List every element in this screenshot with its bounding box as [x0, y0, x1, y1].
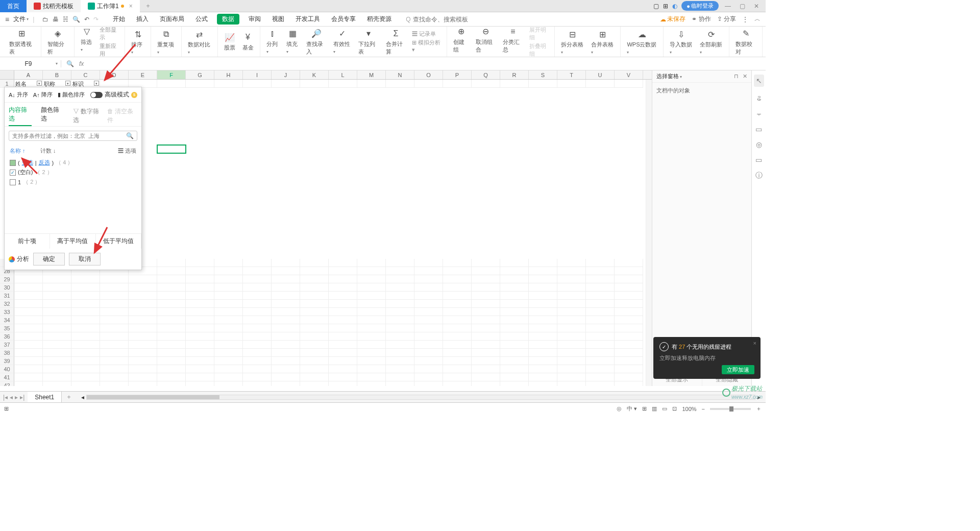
selected-cell[interactable]: [157, 145, 186, 153]
col-header-V[interactable]: V: [615, 70, 643, 79]
ribbon-valid[interactable]: ✓有效性: [331, 28, 353, 56]
row-header-30[interactable]: 30: [0, 283, 14, 292]
ribbon-dup[interactable]: ⧉重复项: [155, 29, 177, 55]
row-header-35[interactable]: 35: [0, 324, 14, 332]
ribbon-split[interactable]: ⫿分列: [264, 28, 281, 56]
menu-tab-6[interactable]: 视图: [270, 14, 286, 25]
ribbon-fill[interactable]: ▦填充: [284, 28, 301, 56]
sheet-nav-prev[interactable]: ◂: [10, 394, 13, 401]
row-header-37[interactable]: 37: [0, 341, 14, 349]
col-header-E[interactable]: E: [129, 70, 157, 79]
sheet-nav-next[interactable]: ▸: [15, 394, 18, 401]
panel-title[interactable]: 选择窗格: [656, 73, 682, 80]
ribbon-merge-table[interactable]: ⊞合并表格: [589, 29, 616, 55]
view-normal-icon[interactable]: ⊞: [642, 405, 647, 412]
ribbon-lookup[interactable]: 🔎查找录入: [304, 28, 328, 56]
col-header-P[interactable]: P: [443, 70, 472, 79]
save-icon[interactable]: 🖶: [53, 16, 59, 23]
col-header-R[interactable]: R: [500, 70, 529, 79]
rail-help-icon[interactable]: ⓘ: [755, 171, 763, 180]
col-header-O[interactable]: O: [414, 70, 443, 79]
zoom-level[interactable]: 100%: [682, 406, 696, 412]
ribbon-form[interactable]: ☰ 记录单: [412, 30, 442, 38]
minimize-button[interactable]: —: [723, 3, 733, 10]
horizontal-scrollbar[interactable]: ◂▸: [81, 394, 761, 400]
checkbox-indeterminate-icon[interactable]: [10, 160, 16, 166]
pin-icon[interactable]: ⊓: [734, 73, 739, 80]
file-menu[interactable]: 文件: [13, 15, 29, 23]
ribbon-show-all[interactable]: 全部显示: [100, 26, 120, 41]
rail-chart-icon[interactable]: ⫟: [755, 110, 763, 118]
sheet-nav-last[interactable]: ▸|: [20, 394, 24, 401]
ribbon-split-table[interactable]: ⊟拆分表格: [559, 29, 586, 55]
rail-location-icon[interactable]: ◎: [756, 140, 762, 149]
more-icon[interactable]: ⋮: [742, 16, 748, 23]
sort-asc-button[interactable]: A↓ 升序: [9, 91, 28, 99]
col-header-F[interactable]: F: [157, 70, 186, 79]
filter-dropdown-icon[interactable]: ▾: [94, 81, 99, 86]
ribbon-verify[interactable]: ✎数据校对: [733, 28, 758, 56]
ribbon-cloud[interactable]: ☁WPS云数据: [625, 29, 658, 55]
menu-tab-1[interactable]: 插入: [134, 14, 151, 25]
filter-dropdown-icon[interactable]: ▾: [65, 81, 70, 86]
messages-icon[interactable]: ◐: [672, 3, 677, 10]
col-header-I[interactable]: I: [243, 70, 272, 79]
col-header-H[interactable]: H: [214, 70, 243, 79]
ribbon-stock[interactable]: 📈股票: [222, 32, 237, 52]
col-header-K[interactable]: K: [300, 70, 329, 79]
close-panel-icon[interactable]: ✕: [743, 73, 747, 80]
ribbon-compare[interactable]: ⇄数据对比: [186, 29, 213, 55]
apps-icon[interactable]: ⊞: [663, 3, 668, 10]
col-header-J[interactable]: J: [272, 70, 300, 79]
ribbon-fund[interactable]: ¥基金: [240, 32, 256, 52]
eye-icon[interactable]: ◎: [617, 405, 622, 412]
login-button[interactable]: ● 临时登录: [681, 1, 719, 11]
ribbon-smart[interactable]: ◈智能分析: [45, 28, 70, 56]
view-layout-icon[interactable]: ▥: [652, 405, 657, 412]
row-header-31[interactable]: 31: [0, 292, 14, 300]
zoom-icon[interactable]: 🔍: [66, 60, 74, 67]
menu-tab-4[interactable]: 数据: [217, 14, 239, 25]
advanced-mode-toggle[interactable]: 高级模式$: [90, 90, 137, 99]
redo-icon[interactable]: ↷: [93, 16, 99, 23]
row-header-33[interactable]: 33: [0, 308, 14, 316]
vertical-scrollbar[interactable]: [646, 80, 652, 386]
ribbon-ungroup[interactable]: ⊖取消组合: [474, 26, 498, 58]
rail-cell-icon[interactable]: ▭: [755, 125, 762, 133]
above-avg-button[interactable]: 高于平均值: [50, 234, 95, 249]
col-header-Q[interactable]: Q: [472, 70, 500, 79]
tab-home[interactable]: 首页: [0, 0, 27, 12]
menu-tab-0[interactable]: 开始: [111, 14, 127, 25]
maximize-button[interactable]: ▢: [737, 3, 747, 10]
row-header-32[interactable]: 32: [0, 300, 14, 308]
close-icon[interactable]: ×: [129, 0, 133, 12]
status-icon[interactable]: ⊞: [4, 405, 9, 412]
ribbon-simulate[interactable]: ⊞ 模拟分析 ▾: [412, 39, 442, 53]
collab-button[interactable]: ⚭ 协作: [692, 15, 710, 23]
zoom-out-icon[interactable]: −: [702, 406, 705, 412]
select-all-corner[interactable]: [0, 70, 14, 79]
menu-tab-9[interactable]: 稻壳资源: [365, 14, 394, 25]
hamburger-icon[interactable]: ≡: [5, 15, 9, 23]
sheet-nav-first[interactable]: |◂: [3, 394, 8, 401]
ribbon-subtotal[interactable]: ≡分类汇总: [501, 26, 525, 58]
filter-item-all[interactable]: (全选 | 反选) （ 4 ）: [10, 158, 136, 167]
view-page-icon[interactable]: ▭: [662, 405, 667, 412]
ribbon-import[interactable]: ⇩导入数据: [668, 29, 695, 55]
menu-tab-7[interactable]: 开发工具: [293, 14, 322, 25]
checkbox-empty-icon[interactable]: [10, 179, 16, 185]
lang-icon[interactable]: 中 ▾: [627, 405, 637, 413]
col-header-A[interactable]: A: [14, 70, 43, 79]
ribbon-refresh[interactable]: ⟳全部刷新: [698, 29, 725, 55]
col-header-C[interactable]: C: [71, 70, 100, 79]
options-button[interactable]: ☰ 选项: [118, 147, 136, 155]
col-header-U[interactable]: U: [586, 70, 615, 79]
col-header-B[interactable]: B: [43, 70, 71, 79]
row-header-34[interactable]: 34: [0, 316, 14, 324]
ok-button[interactable]: 确定: [33, 253, 65, 266]
content-filter-tab[interactable]: 内容筛选: [9, 106, 32, 126]
fx-label[interactable]: fx: [79, 60, 84, 67]
checkbox-checked-icon[interactable]: [10, 170, 16, 176]
add-sheet-button[interactable]: ＋: [62, 393, 76, 401]
sheet-tab[interactable]: Sheet1: [28, 392, 62, 403]
